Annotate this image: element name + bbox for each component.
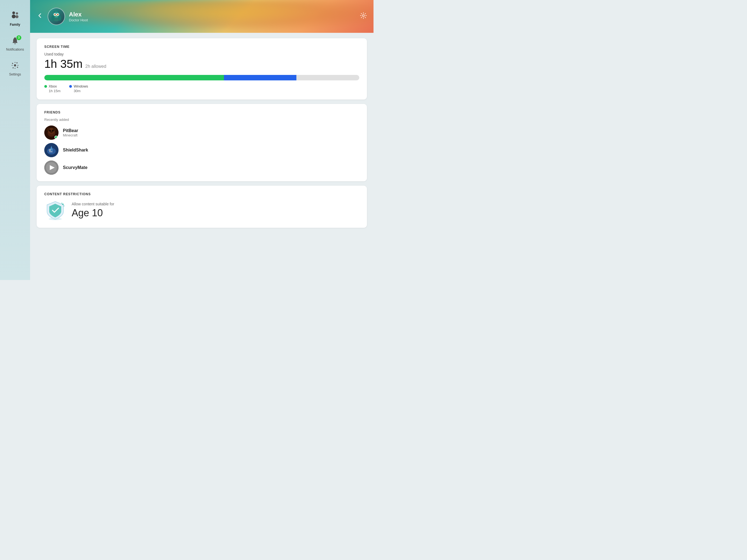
notifications-badge: 3 <box>17 35 21 40</box>
hero-settings-button[interactable] <box>360 12 367 21</box>
shieldshark-avatar <box>44 143 58 157</box>
progress-xbox <box>44 75 224 80</box>
settings-label: Settings <box>9 73 21 76</box>
screen-time-allowed: 2h allowed <box>85 64 106 69</box>
notifications-icon-wrap: 3 <box>11 36 19 46</box>
pitbear-online-dot <box>54 136 58 139</box>
family-icon <box>10 10 20 21</box>
scurvymate-name: ScurvyMate <box>63 165 87 170</box>
svg-point-27 <box>50 131 53 133</box>
svg-point-0 <box>12 11 15 14</box>
windows-label: Windows <box>74 84 88 88</box>
svg-point-5 <box>14 64 16 67</box>
progress-bar <box>44 75 359 80</box>
legend-xbox: Xbox 1h 15m <box>44 84 60 93</box>
windows-dot <box>69 85 72 88</box>
sidebar-item-family[interactable]: Family <box>0 5 30 31</box>
recently-added-label: Recently added <box>44 118 359 122</box>
screen-time-title: SCREEN TIME <box>44 45 359 49</box>
list-item[interactable]: ShieldShark <box>44 143 359 157</box>
avatar <box>48 8 65 25</box>
svg-point-32 <box>50 150 50 151</box>
windows-time: 30m <box>69 89 88 93</box>
screen-time-value: 1h 35m 2h allowed <box>44 57 359 71</box>
svg-point-17 <box>51 15 55 21</box>
hero-name: Alex <box>69 11 360 18</box>
list-item[interactable]: ScurvyMate <box>44 160 359 175</box>
list-item[interactable]: PitBear Minecraft <box>44 126 359 140</box>
shieldshark-info: ShieldShark <box>63 148 88 153</box>
back-button[interactable] <box>36 12 43 21</box>
svg-point-39 <box>49 218 62 220</box>
progress-windows <box>224 75 297 80</box>
content-restrictions-card: CONTENT RESTRICTIONS <box>36 186 367 228</box>
shieldshark-name: ShieldShark <box>63 148 88 153</box>
legend-windows: Windows 30m <box>69 84 88 93</box>
content-area: SCREEN TIME Used today 1h 35m 2h allowed… <box>30 33 374 280</box>
xbox-label: Xbox <box>49 84 57 88</box>
svg-point-15 <box>58 14 58 15</box>
family-label: Family <box>10 23 20 27</box>
friends-title: FRIENDS <box>44 110 359 114</box>
restrictions-text: Allow content suitable for Age 10 <box>72 202 114 219</box>
scurvymate-info: ScurvyMate <box>63 165 87 170</box>
svg-point-14 <box>55 14 56 15</box>
svg-point-18 <box>58 15 61 21</box>
shield-icon <box>44 199 66 221</box>
sidebar-item-notifications[interactable]: 3 Notifications <box>0 31 30 56</box>
hero-header: Alex Doctor Hoot <box>30 0 374 33</box>
restrictions-body: Allow content suitable for Age 10 <box>44 199 359 221</box>
restrictions-title: CONTENT RESTRICTIONS <box>44 192 359 196</box>
svg-point-3 <box>16 15 19 18</box>
main-area: Alex Doctor Hoot SCREEN TIME Used today … <box>30 0 374 280</box>
xbox-time: 1h 15m <box>44 89 60 93</box>
hero-info: Alex Doctor Hoot <box>69 11 360 22</box>
notifications-label: Notifications <box>6 48 24 51</box>
used-today-label: Used today <box>44 52 359 56</box>
hero-subtitle: Doctor Hoot <box>69 18 360 22</box>
svg-point-37 <box>64 206 65 206</box>
legend: Xbox 1h 15m Windows 30m <box>44 84 359 93</box>
screen-time-card: SCREEN TIME Used today 1h 35m 2h allowed… <box>36 38 367 100</box>
svg-point-19 <box>363 15 364 17</box>
sidebar: Family 3 Notifications Settings <box>0 0 30 280</box>
svg-point-36 <box>62 204 64 205</box>
xbox-dot <box>44 85 47 88</box>
friend-list: PitBear Minecraft <box>44 126 359 175</box>
svg-marker-8 <box>54 11 55 12</box>
svg-point-38 <box>61 203 62 204</box>
screen-time-number: 1h 35m <box>44 57 83 71</box>
svg-point-2 <box>16 12 18 15</box>
sidebar-item-settings[interactable]: Settings <box>0 56 30 81</box>
pitbear-name: PitBear <box>63 128 78 133</box>
pitbear-game: Minecraft <box>63 133 78 137</box>
pitbear-info: PitBear Minecraft <box>63 128 78 137</box>
scurvymate-avatar <box>44 160 58 175</box>
age-text: Age 10 <box>72 207 114 219</box>
friends-card: FRIENDS Recently added <box>36 104 367 181</box>
svg-point-4 <box>15 44 16 44</box>
settings-icon <box>11 61 19 71</box>
pitbear-avatar <box>44 126 58 140</box>
svg-marker-9 <box>58 11 59 12</box>
allow-text: Allow content suitable for <box>72 202 114 206</box>
svg-point-1 <box>12 15 16 18</box>
